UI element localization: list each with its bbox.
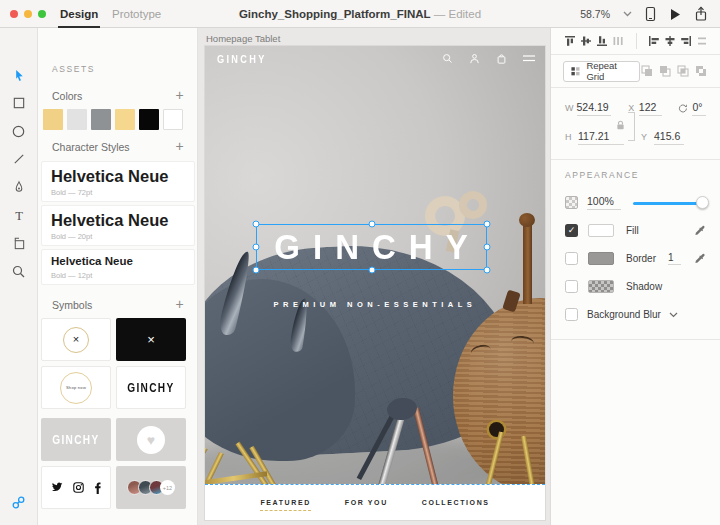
nav-link-featured[interactable]: FEATURED — [260, 499, 310, 511]
artboard-name[interactable]: Homepage Tablet — [206, 33, 280, 44]
symbol-button[interactable]: Shop now — [41, 366, 111, 409]
boolean-subtract-icon[interactable] — [658, 64, 672, 78]
zoom-level[interactable]: 58.7% — [580, 8, 610, 20]
symbol-avatars[interactable]: +12 — [116, 466, 186, 509]
fill-checkbox[interactable]: ✓ — [565, 224, 578, 237]
instagram-icon — [73, 482, 84, 493]
align-right-icon[interactable] — [680, 35, 692, 47]
character-style-item[interactable]: Helvetica Neue Bold — 12pt — [41, 249, 195, 285]
color-swatch[interactable] — [43, 109, 63, 130]
chevron-down-icon[interactable] — [669, 312, 678, 318]
selection-handle[interactable] — [369, 267, 376, 274]
color-swatch[interactable] — [67, 109, 87, 130]
minimize-window-button[interactable] — [24, 10, 32, 18]
rotate-icon[interactable] — [678, 102, 688, 115]
symbol-social-icons[interactable] — [41, 466, 111, 509]
nav-link-collections[interactable]: COLLECTIONS — [422, 499, 490, 511]
symbol-heart[interactable]: ♥ — [116, 418, 186, 461]
nav-link-for-you[interactable]: FOR YOU — [345, 499, 388, 511]
border-checkbox[interactable] — [565, 252, 578, 265]
selection-box[interactable]: GINCHY — [256, 224, 487, 270]
symbol-close-dark[interactable]: × — [116, 318, 186, 361]
zoom-window-button[interactable] — [38, 10, 46, 18]
text-tool-icon[interactable]: T — [11, 207, 27, 223]
selection-handle[interactable] — [484, 267, 491, 274]
fill-color-swatch[interactable] — [588, 224, 614, 237]
x-field[interactable]: 122 — [639, 101, 662, 116]
align-horizontal-center-icon[interactable] — [664, 35, 676, 47]
artboard[interactable]: GINCHY PREMIUM NON-ESSENTIALS GINCHY — [205, 46, 545, 520]
width-field[interactable]: 524.19 — [577, 101, 612, 116]
select-tool-icon[interactable] — [11, 67, 27, 83]
device-preview-icon[interactable] — [645, 6, 656, 22]
rectangle-tool-icon[interactable] — [11, 95, 27, 111]
play-preview-icon[interactable] — [669, 8, 681, 21]
color-swatch[interactable] — [139, 109, 159, 130]
selection-handle[interactable] — [484, 244, 491, 251]
repeat-grid-button[interactable]: Repeat Grid — [563, 61, 640, 82]
add-color-button[interactable]: + — [174, 90, 185, 101]
menu-icon — [523, 54, 535, 63]
heart-icon: ♥ — [147, 433, 155, 447]
symbol-logo-light[interactable]: GINCHY — [41, 418, 111, 461]
align-left-icon[interactable] — [648, 35, 660, 47]
height-field[interactable]: 117.21 — [578, 130, 624, 145]
selection-handle[interactable] — [484, 221, 491, 228]
color-swatch[interactable] — [115, 109, 135, 130]
add-symbol-button[interactable]: + — [174, 299, 185, 310]
background-blur-checkbox[interactable] — [565, 308, 578, 321]
align-vertical-center-icon[interactable] — [580, 35, 592, 47]
eyedropper-icon[interactable] — [693, 252, 706, 265]
selection-handle[interactable] — [253, 267, 260, 274]
selection-handle[interactable] — [369, 221, 376, 228]
shadow-swatch[interactable] — [588, 280, 614, 293]
selection-handle[interactable] — [253, 221, 260, 228]
pen-tool-icon[interactable] — [11, 179, 27, 195]
distribute-horizontal-icon[interactable] — [612, 35, 624, 47]
line-tool-icon[interactable] — [11, 151, 27, 167]
canvas[interactable]: Homepage Tablet — [198, 28, 550, 525]
ellipse-tool-icon[interactable] — [11, 123, 27, 139]
symbol-close-light[interactable]: × — [41, 318, 111, 361]
svg-text:T: T — [15, 208, 23, 222]
align-top-icon[interactable] — [564, 35, 576, 47]
boolean-exclude-icon[interactable] — [694, 64, 708, 78]
boolean-intersect-icon[interactable] — [676, 64, 690, 78]
zoom-tool-icon[interactable] — [11, 263, 27, 279]
artboard-tool-icon[interactable] — [11, 235, 27, 251]
twitter-icon — [51, 482, 63, 493]
align-bottom-icon[interactable] — [596, 35, 608, 47]
tab-prototype[interactable]: Prototype — [112, 0, 161, 28]
avatar-count-badge: +12 — [160, 480, 175, 495]
chevron-down-icon[interactable] — [623, 11, 632, 17]
character-style-item[interactable]: Helvetica Neue Bold — 72pt — [41, 161, 195, 202]
opacity-field[interactable]: 100% — [587, 195, 621, 210]
account-icon — [469, 53, 480, 64]
character-style-item[interactable]: Helvetica Neue Bold — 20pt — [41, 205, 195, 246]
opacity-icon — [565, 196, 578, 209]
opacity-slider[interactable] — [633, 196, 706, 210]
tab-design[interactable]: Design — [60, 0, 98, 28]
border-color-swatch[interactable] — [588, 252, 614, 265]
hero-title[interactable]: GINCHY — [257, 223, 486, 271]
color-swatch[interactable] — [163, 109, 183, 130]
y-field[interactable]: 415.6 — [654, 130, 684, 145]
character-styles-label: Character Styles — [52, 141, 130, 153]
assets-panel-icon[interactable] — [11, 494, 27, 510]
border-width-field[interactable]: 1 — [668, 252, 681, 265]
lock-aspect-icon[interactable] — [615, 119, 626, 131]
distribute-vertical-icon[interactable] — [696, 35, 708, 47]
titlebar: Design Prototype Ginchy_Shopping_Platfor… — [0, 0, 720, 28]
color-swatch[interactable] — [91, 109, 111, 130]
rotation-field[interactable]: 0° — [692, 101, 706, 116]
selection-handle[interactable] — [253, 244, 260, 251]
share-icon[interactable] — [694, 6, 708, 22]
search-icon — [442, 53, 453, 64]
symbol-logo-dark[interactable]: GINCHY — [116, 366, 186, 409]
slider-knob[interactable] — [696, 196, 709, 209]
close-window-button[interactable] — [10, 10, 18, 18]
eyedropper-icon[interactable] — [693, 224, 706, 237]
add-character-style-button[interactable]: + — [174, 141, 185, 152]
shadow-checkbox[interactable] — [565, 280, 578, 293]
boolean-add-icon[interactable] — [640, 64, 654, 78]
